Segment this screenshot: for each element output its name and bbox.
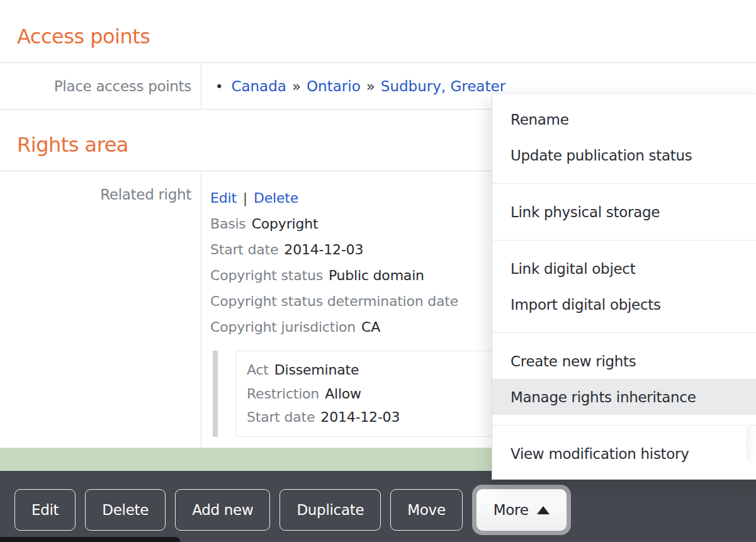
menu-separator (492, 332, 756, 333)
field-label: Restriction (247, 386, 319, 402)
breadcrumb-link-canada[interactable]: Canada (231, 78, 286, 94)
field-label: Copyright status determination date (210, 293, 458, 309)
button-label: Edit (31, 502, 59, 518)
place-access-points-label: Place access points (0, 63, 201, 109)
more-button[interactable]: More (477, 489, 567, 531)
more-dropdown-menu: RenameUpdate publication statusLink phys… (492, 93, 756, 480)
menu-item-update-publication-status[interactable]: Update publication status (492, 137, 756, 173)
duplicate-button[interactable]: Duplicate (279, 489, 381, 531)
delete-right-link[interactable]: Delete (254, 190, 298, 206)
add-new-button[interactable]: Add new (175, 489, 270, 531)
field-value: 2014-12-03 (320, 409, 400, 425)
button-label: Delete (102, 502, 149, 518)
rights-area-heading-text: Rights area (17, 133, 128, 157)
field-label: Start date (210, 242, 278, 257)
access-points-heading-text: Access points (17, 25, 150, 48)
field-label: Start date (247, 409, 315, 425)
field-value: CA (361, 319, 380, 335)
action-toolbar: EditDeleteAdd newDuplicateMoveMore (0, 471, 756, 542)
browser-status-bar-stub (0, 537, 180, 542)
field-value: 2014-12-03 (284, 242, 363, 257)
caret-up-icon (537, 506, 550, 514)
action-separator: | (243, 190, 247, 206)
menu-item-create-new-rights[interactable]: Create new rights (492, 343, 756, 379)
menu-item-import-digital-objects[interactable]: Import digital objects (492, 286, 756, 322)
menu-item-link-physical-storage[interactable]: Link physical storage (492, 194, 756, 230)
breadcrumb-separator: » (366, 78, 375, 94)
menu-separator (492, 240, 756, 240)
related-right-label: Related right (0, 171, 201, 448)
field-label: Copyright jurisdiction (210, 319, 356, 335)
menu-separator (492, 425, 756, 426)
field-label: Copyright status (210, 268, 323, 283)
menu-item-manage-rights-inheritance[interactable]: Manage rights inheritance (492, 379, 756, 415)
menu-item-rename[interactable]: Rename (492, 101, 756, 137)
place-access-points-value: •Canada»Ontario»Sudbury, Greater (201, 63, 505, 109)
button-label: Duplicate (296, 502, 364, 518)
field-label: Basis (210, 216, 246, 232)
field-value: Copyright (252, 216, 319, 232)
menu-separator (492, 183, 756, 184)
menu-item-view-modification-history[interactable]: View modification history (492, 436, 756, 471)
field-value: Allow (325, 386, 361, 402)
move-button[interactable]: Move (390, 489, 462, 531)
field-value: Public domain (329, 268, 424, 283)
breadcrumb-link-ontario[interactable]: Ontario (307, 78, 361, 94)
breadcrumb: •Canada»Ontario»Sudbury, Greater (210, 78, 505, 94)
edit-right-link[interactable]: Edit (210, 190, 237, 206)
field-value: Disseminate (274, 362, 359, 378)
edit-button[interactable]: Edit (14, 489, 76, 531)
menu-item-link-digital-object[interactable]: Link digital object (492, 251, 756, 286)
breadcrumb-link-sudbury-greater[interactable]: Sudbury, Greater (381, 78, 505, 94)
granted-rights-quote-bar (213, 351, 218, 437)
access-points-heading: Access points (0, 0, 756, 63)
overlay-scrollbar-thumb[interactable] (746, 426, 756, 462)
field-label: Act (247, 362, 269, 378)
breadcrumb-separator: » (292, 78, 301, 94)
button-label: Add new (192, 502, 253, 518)
delete-button[interactable]: Delete (85, 489, 166, 531)
button-label: Move (407, 502, 445, 518)
button-label: More (494, 502, 529, 518)
list-bullet: • (215, 79, 223, 94)
